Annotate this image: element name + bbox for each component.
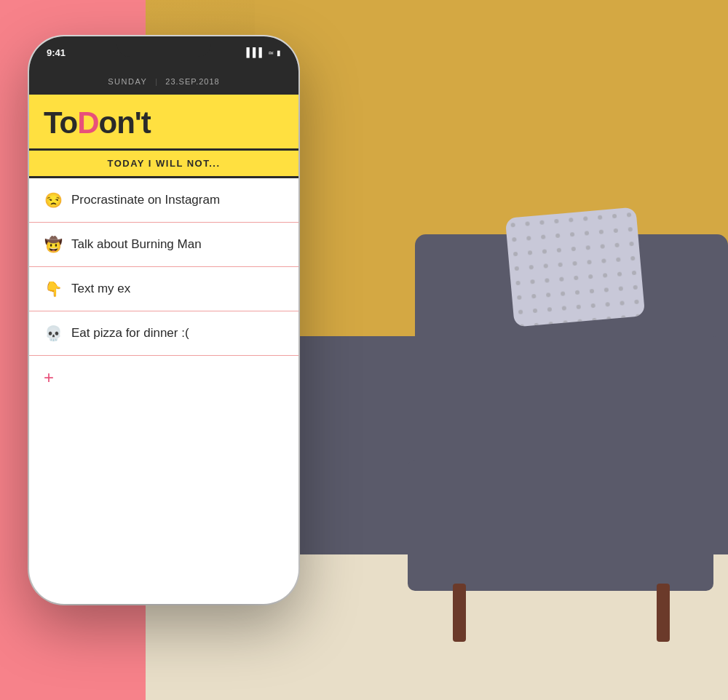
status-time: 9:41: [47, 47, 66, 58]
todo-item-2[interactable]: 🤠 Talk about Burning Man: [29, 223, 298, 267]
logo-do: D: [77, 106, 98, 140]
sub-header: TODAY I WILL NOT...: [29, 151, 298, 178]
svg-rect-1: [505, 207, 645, 327]
add-icon[interactable]: +: [44, 369, 54, 386]
ottoman: [408, 460, 713, 591]
ottoman-leg-left: [453, 584, 466, 642]
status-bar: 9:41 ▌▌▌ ≃ ▮: [29, 36, 298, 68]
todo-text-3: Text my ex: [71, 282, 130, 296]
date-full: 23.SEP.2018: [165, 77, 219, 86]
signal-icon: ▌▌▌: [246, 47, 265, 57]
battery-icon: ▮: [277, 49, 281, 57]
logo-to: To: [44, 106, 77, 140]
date-bar: SUNDAY | 23.SEP.2018: [29, 68, 298, 95]
todo-text-2: Talk about Burning Man: [71, 237, 202, 252]
todo-emoji-3: 👇: [44, 280, 63, 298]
phone-notch: [116, 36, 211, 57]
todo-list: 😒 Procrastinate on Instagram 🤠 Talk abou…: [29, 178, 298, 399]
add-button-row[interactable]: +: [29, 356, 298, 399]
todo-text-4: Eat pizza for dinner :(: [71, 326, 189, 341]
date-divider: |: [153, 77, 159, 86]
todo-item-3[interactable]: 👇 Text my ex: [29, 267, 298, 311]
phone-frame: 9:41 ▌▌▌ ≃ ▮ SUNDAY | 23.SEP.2018 ToDon'…: [29, 36, 298, 604]
phone-mockup: 9:41 ▌▌▌ ≃ ▮ SUNDAY | 23.SEP.2018 ToDon'…: [29, 36, 298, 604]
date-day: SUNDAY: [108, 77, 147, 86]
sub-header-text: TODAY I WILL NOT...: [44, 158, 284, 169]
todo-emoji-2: 🤠: [44, 236, 63, 253]
todo-item-4[interactable]: 💀 Eat pizza for dinner :(: [29, 311, 298, 356]
app-header: ToDon't: [29, 95, 298, 151]
app-logo: ToDon't: [44, 108, 284, 138]
ottoman-leg-right: [657, 584, 670, 642]
todo-emoji-4: 💀: [44, 325, 63, 342]
todo-text-1: Procrastinate on Instagram: [71, 193, 220, 207]
pillow: [505, 207, 645, 327]
status-icons: ▌▌▌ ≃ ▮: [246, 47, 281, 57]
todo-item-1[interactable]: 😒 Procrastinate on Instagram: [29, 178, 298, 223]
wifi-icon: ≃: [268, 49, 274, 57]
todo-emoji-1: 😒: [44, 191, 63, 209]
logo-dont: on't: [99, 106, 151, 140]
